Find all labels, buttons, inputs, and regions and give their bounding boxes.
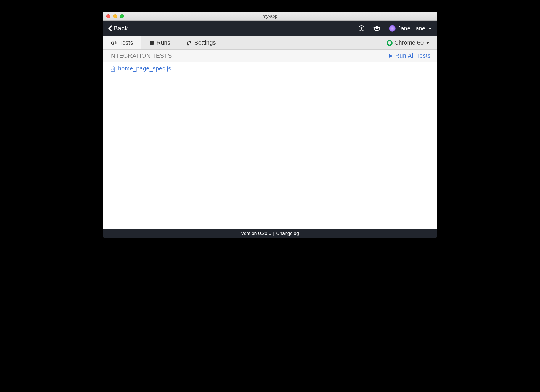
user-menu[interactable]: Jane Lane	[389, 25, 432, 32]
run-all-label: Run All Tests	[395, 52, 431, 59]
back-button[interactable]: Back	[108, 25, 128, 32]
spec-file-name: home_page_spec.js	[118, 65, 171, 72]
content-area	[103, 75, 437, 229]
browser-label: Chrome 60	[394, 39, 424, 46]
app-window: my-app Back ?	[103, 12, 437, 238]
tab-bar: Tests Runs Settings Chrome 60	[103, 36, 437, 50]
chevron-down-icon	[426, 42, 430, 44]
avatar	[389, 25, 396, 32]
window-title: my-app	[103, 14, 437, 19]
file-code-icon	[110, 66, 115, 72]
svg-point-4	[188, 42, 190, 44]
spec-file[interactable]: home_page_spec.js	[103, 62, 437, 75]
footer-separator: |	[273, 231, 274, 236]
help-icon: ?	[358, 25, 365, 32]
gear-icon	[186, 40, 192, 46]
section-heading: INTEGRATION TESTS	[109, 52, 172, 59]
run-all-tests-button[interactable]: Run All Tests	[389, 52, 431, 59]
minimize-window-button[interactable]	[113, 14, 117, 18]
window-controls	[106, 14, 124, 18]
header-actions: ? Jane Lane	[358, 25, 432, 32]
help-button[interactable]: ?	[358, 25, 365, 32]
browser-picker[interactable]: Chrome 60	[379, 36, 437, 49]
tab-tests-label: Tests	[119, 39, 133, 46]
version-label: Version 0.20.0	[241, 231, 271, 236]
header-bar: Back ? Jane Lane	[103, 21, 437, 36]
chevron-left-icon	[108, 25, 112, 31]
close-window-button[interactable]	[106, 14, 110, 18]
titlebar: my-app	[103, 12, 437, 21]
play-icon	[389, 54, 393, 58]
svg-text:?: ?	[360, 26, 363, 31]
user-name: Jane Lane	[398, 25, 425, 32]
zoom-window-button[interactable]	[120, 14, 124, 18]
tab-settings-label: Settings	[194, 39, 216, 46]
chrome-icon	[387, 40, 393, 46]
database-icon	[149, 40, 154, 46]
changelog-link[interactable]: Changelog	[276, 231, 299, 236]
docs-button[interactable]	[373, 25, 381, 31]
tab-runs-label: Runs	[157, 39, 171, 46]
code-icon	[110, 40, 117, 46]
tab-tests[interactable]: Tests	[103, 36, 141, 49]
svg-line-2	[113, 41, 114, 44]
tab-runs[interactable]: Runs	[141, 36, 179, 49]
section-header: INTEGRATION TESTS Run All Tests	[103, 50, 437, 62]
back-label: Back	[113, 25, 128, 32]
footer: Version 0.20.0 | Changelog	[103, 229, 437, 238]
tab-settings[interactable]: Settings	[178, 36, 224, 49]
graduation-cap-icon	[373, 25, 381, 31]
chevron-down-icon	[428, 28, 432, 30]
